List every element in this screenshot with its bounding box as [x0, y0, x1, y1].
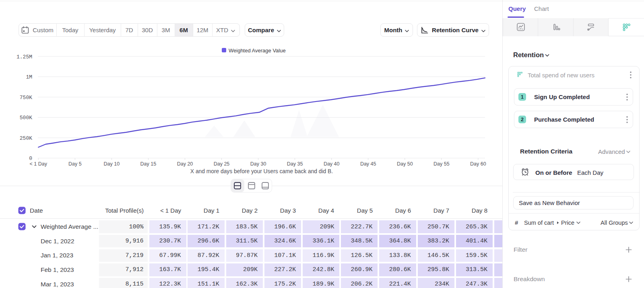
svg-text:Day 55: Day 55: [433, 161, 450, 167]
svg-text:250K: 250K: [20, 135, 32, 141]
svg-text:Day 15: Day 15: [140, 161, 157, 167]
svg-text:500K: 500K: [20, 115, 32, 121]
svg-text:Day 45: Day 45: [360, 161, 376, 167]
svg-text:1.25M: 1.25M: [17, 54, 32, 60]
svg-text:Day 40: Day 40: [324, 161, 340, 167]
svg-text:Day 60: Day 60: [470, 161, 486, 167]
svg-text:Day 50: Day 50: [397, 161, 413, 167]
svg-text:750K: 750K: [20, 95, 32, 101]
svg-text:Day 5: Day 5: [68, 161, 82, 167]
svg-text:Day 35: Day 35: [287, 161, 303, 167]
svg-text:Day 20: Day 20: [177, 161, 193, 167]
svg-text:Day 25: Day 25: [214, 161, 230, 167]
svg-text:Day 10: Day 10: [104, 161, 120, 167]
svg-text:1M: 1M: [26, 74, 32, 80]
svg-text:Day 30: Day 30: [250, 161, 266, 167]
svg-text:< 1 Day: < 1 Day: [30, 161, 47, 167]
